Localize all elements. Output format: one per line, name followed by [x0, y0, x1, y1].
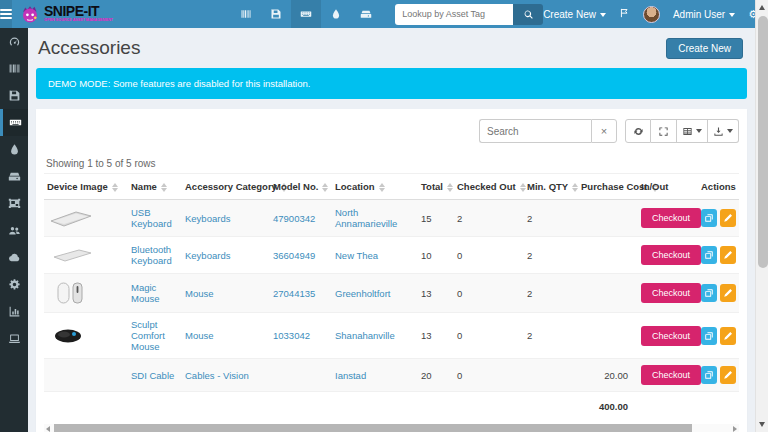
asset-tag-search-button[interactable] [513, 4, 543, 25]
table-search-input[interactable] [479, 119, 591, 143]
model-no-link[interactable]: 27044135 [273, 288, 315, 299]
col-location[interactable]: Location [332, 174, 418, 200]
user-menu[interactable]: Admin User [673, 9, 735, 20]
pencil-icon [723, 288, 733, 298]
location-link[interactable]: Shanahanville [335, 330, 395, 341]
model-no-link[interactable]: 47900342 [273, 213, 315, 224]
col-category[interactable]: Accessory Category [182, 174, 270, 200]
clear-search-button[interactable]: × [591, 119, 617, 143]
edit-button[interactable] [720, 284, 736, 302]
col-min-qty[interactable]: Min. QTY [524, 174, 578, 200]
scroll-up-arrow-icon[interactable] [759, 5, 765, 10]
asset-tag-search-input[interactable] [395, 4, 513, 25]
sidebar-licenses-icon[interactable] [0, 82, 28, 109]
usb-keyboard-image[interactable] [47, 206, 95, 230]
sort-icon [322, 183, 328, 193]
clone-button[interactable] [701, 209, 717, 227]
scroll-left-arrow-icon[interactable] [46, 426, 50, 432]
col-purchase-cost[interactable]: Purchase Cost [578, 174, 638, 200]
table-toolbar-buttons [625, 119, 739, 143]
user-avatar[interactable] [643, 6, 660, 23]
edit-button[interactable] [720, 246, 736, 264]
licenses-icon[interactable] [261, 0, 291, 28]
accessory-name-link[interactable]: SDI Cable [131, 370, 174, 381]
total-value: 20 [418, 359, 454, 392]
components-icon[interactable] [351, 0, 381, 28]
clone-icon [704, 370, 714, 380]
columns-button[interactable] [677, 119, 708, 143]
vertical-scrollbar-thumb[interactable] [758, 16, 768, 268]
category-link[interactable]: Mouse [185, 288, 214, 299]
chevron-down-icon [696, 129, 702, 133]
accessory-name-link[interactable]: USB Keyboard [131, 207, 172, 229]
create-new-button[interactable]: Create New [666, 38, 743, 59]
sidebar-people-icon[interactable] [0, 217, 28, 244]
col-device-image[interactable]: Device Image [44, 174, 128, 200]
sidebar-requestable-laptop-icon[interactable] [0, 325, 28, 352]
main-content: Accessories Create New DEMO MODE: Some f… [28, 28, 755, 432]
refresh-button[interactable] [625, 119, 651, 143]
col-total[interactable]: Total [418, 174, 454, 200]
sidebar-consumables-droplet-icon[interactable] [0, 136, 28, 163]
col-name[interactable]: Name [128, 174, 182, 200]
col-model-no[interactable]: Model No. [270, 174, 332, 200]
sort-icon [572, 183, 578, 193]
create-new-menu[interactable]: Create New [543, 9, 606, 20]
col-checked-out[interactable]: Checked Out [454, 174, 524, 200]
sidebar-reports-chart-icon[interactable] [0, 298, 28, 325]
consumables-droplet-icon[interactable] [321, 0, 351, 28]
category-link[interactable]: Keyboards [185, 213, 230, 224]
horizontal-scrollbar-thumb[interactable] [54, 424, 692, 432]
checkout-button[interactable]: Checkout [641, 208, 701, 228]
clone-button[interactable] [701, 327, 717, 345]
checkout-button[interactable]: Checkout [641, 245, 701, 265]
location-link[interactable]: New Thea [335, 250, 378, 261]
sculpt-comfort-mouse-image[interactable] [47, 324, 95, 348]
flag-icon[interactable] [619, 7, 630, 21]
vertical-scrollbar[interactable] [755, 0, 768, 432]
location-link[interactable]: Greenholtfort [335, 288, 390, 299]
checkout-button[interactable]: Checkout [641, 283, 701, 303]
sidebar-toggle-icon[interactable] [0, 0, 12, 28]
location-link[interactable]: North Annamarieville [335, 207, 397, 229]
model-no-link[interactable]: 36604949 [273, 250, 315, 261]
sidebar-accessories-keyboard-icon[interactable] [0, 109, 28, 136]
checkout-button[interactable]: Checkout [641, 365, 701, 385]
model-no-link[interactable]: 1033042 [273, 330, 310, 341]
edit-button[interactable] [720, 366, 736, 384]
bluetooth-keyboard-image[interactable] [47, 243, 95, 267]
horizontal-scrollbar[interactable] [44, 424, 739, 432]
accessory-name-link[interactable]: Bluetooth Keyboard [131, 244, 172, 266]
location-link[interactable]: Ianstad [335, 370, 366, 381]
checkout-button[interactable]: Checkout [641, 326, 701, 346]
clone-button[interactable] [701, 246, 717, 264]
sidebar-components-icon[interactable] [0, 163, 28, 190]
clone-icon [704, 288, 714, 298]
accessory-name-link[interactable]: Sculpt Comfort Mouse [131, 319, 165, 352]
clone-button[interactable] [701, 366, 717, 384]
sidebar-assets-barcode-icon[interactable] [0, 55, 28, 82]
scroll-right-arrow-icon[interactable] [733, 426, 737, 432]
navbar-shortcut-icons [231, 0, 381, 28]
accessories-keyboard-icon[interactable] [291, 0, 321, 28]
export-button[interactable] [708, 119, 739, 143]
brand-logo[interactable]: SNIPE-IT OPEN SOURCE ASSET MANAGEMENT [12, 0, 165, 28]
edit-button[interactable] [720, 209, 736, 227]
category-link[interactable]: Mouse [185, 330, 214, 341]
scroll-down-arrow-icon[interactable] [759, 422, 765, 427]
category-link[interactable]: Cables - Vision [185, 370, 249, 381]
edit-button[interactable] [720, 327, 736, 345]
sidebar-cloud-icon[interactable] [0, 244, 28, 271]
assets-barcode-icon[interactable] [231, 0, 261, 28]
fullscreen-button[interactable] [651, 119, 677, 143]
sidebar-settings-gear-icon[interactable] [0, 271, 28, 298]
checked-out-value: 0 [454, 274, 524, 313]
clone-button[interactable] [701, 284, 717, 302]
accessory-name-link[interactable]: Magic Mouse [131, 282, 160, 304]
total-value: 15 [418, 200, 454, 237]
magic-mouse-image[interactable] [47, 280, 95, 306]
category-link[interactable]: Keyboards [185, 250, 230, 261]
sidebar-dashboard-icon[interactable] [0, 28, 28, 55]
sidebar-kits-icon[interactable] [0, 190, 28, 217]
checked-out-value: 0 [454, 237, 524, 274]
